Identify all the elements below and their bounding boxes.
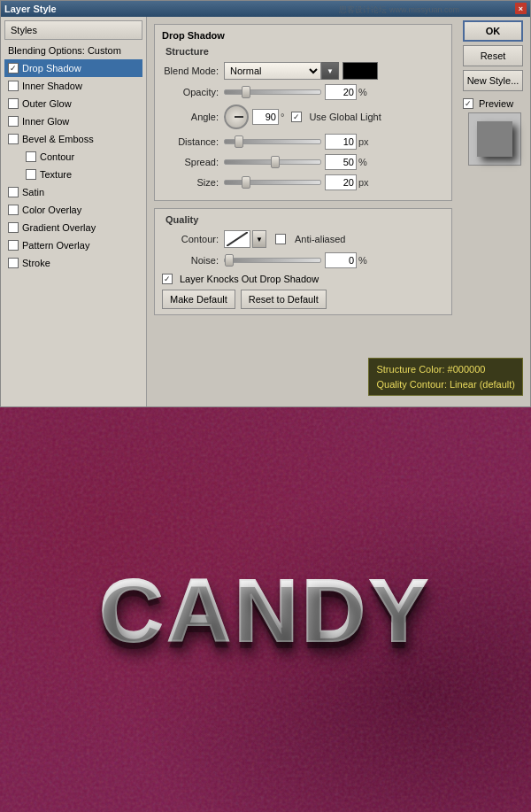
size-input[interactable]: [325, 174, 357, 190]
size-thumb[interactable]: [242, 176, 250, 189]
tooltip-line2: Quality Contour: Linear (default): [376, 377, 459, 392]
sidebar-item-outer-glow[interactable]: Outer Glow: [4, 95, 142, 112]
reset-to-default-button[interactable]: Reset to Default: [241, 290, 327, 309]
angle-dial-line: [235, 116, 243, 118]
anti-alias-checkbox[interactable]: [275, 234, 286, 244]
opacity-label: Opacity:: [162, 87, 224, 97]
contour-dropdown-arrow[interactable]: ▼: [252, 230, 266, 248]
sidebar: Styles Blending Options: Custom Drop Sha…: [1, 17, 147, 406]
outer-glow-checkbox[interactable]: [8, 98, 19, 109]
sidebar-item-stroke[interactable]: Stroke: [4, 254, 142, 272]
distance-thumb[interactable]: [235, 135, 243, 148]
preview-checkbox[interactable]: [463, 98, 473, 109]
close-button[interactable]: ×: [515, 3, 527, 14]
sidebar-item-contour[interactable]: Contour: [4, 148, 142, 166]
styles-button[interactable]: Styles: [4, 20, 142, 40]
sidebar-item-pattern-overlay[interactable]: Pattern Overlay: [4, 236, 142, 254]
angle-input[interactable]: [252, 109, 279, 125]
spread-row: Spread: %: [162, 154, 444, 170]
inner-glow-checkbox[interactable]: [8, 116, 19, 127]
size-row: Size: px: [162, 174, 444, 190]
inner-shadow-label: Inner Shadow: [22, 81, 82, 91]
spread-label: Spread:: [162, 157, 224, 167]
quality-panel: Quality Contour: ▼ Anti-aliased Noise:: [154, 208, 452, 315]
sidebar-item-blending[interactable]: Blending Options: Custom: [4, 42, 142, 59]
size-label: Size:: [162, 177, 224, 188]
opacity-thumb[interactable]: [242, 86, 250, 98]
canvas-panel: CANDY: [0, 407, 531, 812]
inner-shadow-checkbox[interactable]: [8, 81, 19, 91]
distance-label: Distance:: [162, 136, 224, 147]
shadow-color-swatch[interactable]: [342, 62, 378, 80]
spread-thumb[interactable]: [271, 156, 280, 168]
spread-unit: %: [358, 157, 367, 167]
angle-dial[interactable]: [224, 104, 249, 129]
sidebar-item-color-overlay[interactable]: Color Overlay: [4, 201, 142, 219]
blend-mode-row: Blend Mode: Normal Multiply Screen ▼: [162, 62, 444, 80]
preview-box: [468, 112, 521, 166]
size-unit: px: [358, 177, 369, 188]
sidebar-item-inner-shadow[interactable]: Inner Shadow: [4, 77, 142, 95]
new-style-button[interactable]: New Style...: [463, 70, 523, 91]
pattern-overlay-checkbox[interactable]: [8, 240, 19, 251]
texture-checkbox[interactable]: [26, 169, 36, 180]
ok-button[interactable]: OK: [463, 20, 523, 42]
noise-unit: %: [358, 255, 367, 266]
global-light-checkbox[interactable]: [291, 112, 302, 122]
preview-label: Preview: [479, 98, 513, 109]
drop-shadow-panel: Drop Shadow Structure Blend Mode: Normal…: [154, 24, 452, 201]
opacity-slider[interactable]: [224, 89, 321, 95]
distance-input[interactable]: [325, 134, 357, 150]
noise-label: Noise:: [162, 255, 224, 266]
sidebar-item-drop-shadow[interactable]: Drop Shadow: [4, 59, 142, 77]
bevel-emboss-checkbox[interactable]: [8, 134, 19, 144]
color-overlay-checkbox[interactable]: [8, 205, 19, 215]
noise-thumb[interactable]: [225, 254, 234, 267]
gradient-overlay-checkbox[interactable]: [8, 222, 19, 233]
button-row: Make Default Reset to Default: [162, 290, 444, 309]
opacity-input[interactable]: 20: [325, 84, 357, 100]
blend-mode-arrow[interactable]: ▼: [321, 62, 339, 80]
reset-button[interactable]: Reset: [463, 45, 523, 66]
knockout-label: Layer Knocks Out Drop Shadow: [180, 274, 319, 284]
global-light-label: Use Global Light: [309, 112, 381, 122]
opacity-unit: %: [358, 87, 367, 97]
spread-slider[interactable]: [224, 159, 321, 165]
angle-unit: °: [281, 112, 284, 122]
window-title: Layer Style: [4, 4, 57, 14]
angle-label: Angle:: [162, 112, 224, 122]
stroke-label: Stroke: [22, 258, 50, 268]
tooltip-line1: Structure Color: #000000: [376, 362, 459, 377]
sidebar-item-texture[interactable]: Texture: [4, 166, 142, 183]
spread-input[interactable]: [325, 154, 357, 170]
bevel-emboss-label: Bevel & Emboss: [22, 134, 94, 144]
sidebar-item-bevel-emboss[interactable]: Bevel & Emboss: [4, 130, 142, 148]
right-panel: OK Reset New Style... Preview: [459, 17, 530, 406]
preview-inner: [477, 121, 512, 157]
contour-label: Contour:: [162, 234, 224, 244]
sidebar-item-inner-glow[interactable]: Inner Glow: [4, 112, 142, 130]
drop-shadow-checkbox[interactable]: [8, 63, 19, 73]
sidebar-item-gradient-overlay[interactable]: Gradient Overlay: [4, 219, 142, 236]
noise-slider[interactable]: [224, 258, 321, 263]
make-default-button[interactable]: Make Default: [162, 290, 235, 309]
blend-mode-label: Blend Mode:: [162, 66, 224, 76]
contour-checkbox[interactable]: [26, 151, 36, 162]
satin-label: Satin: [22, 187, 44, 197]
knockout-row: Layer Knocks Out Drop Shadow: [162, 274, 444, 284]
noise-input[interactable]: [325, 252, 357, 268]
tooltip: Structure Color: #000000 Quality Contour…: [368, 358, 459, 396]
ds-panel-title: Drop Shadow: [162, 30, 225, 41]
distance-slider[interactable]: [224, 139, 321, 144]
sidebar-item-satin[interactable]: Satin: [4, 183, 142, 201]
outer-glow-label: Outer Glow: [22, 98, 72, 109]
blend-mode-select[interactable]: Normal Multiply Screen: [224, 62, 321, 80]
stroke-checkbox[interactable]: [8, 258, 19, 268]
satin-checkbox[interactable]: [8, 187, 19, 197]
distance-row: Distance: px: [162, 134, 444, 150]
size-slider[interactable]: [224, 180, 321, 185]
angle-row: Angle: ° Use Global Light: [162, 104, 444, 129]
knockout-checkbox[interactable]: [162, 274, 173, 284]
contour-preview[interactable]: [224, 230, 250, 248]
structure-title: Structure: [162, 46, 444, 57]
